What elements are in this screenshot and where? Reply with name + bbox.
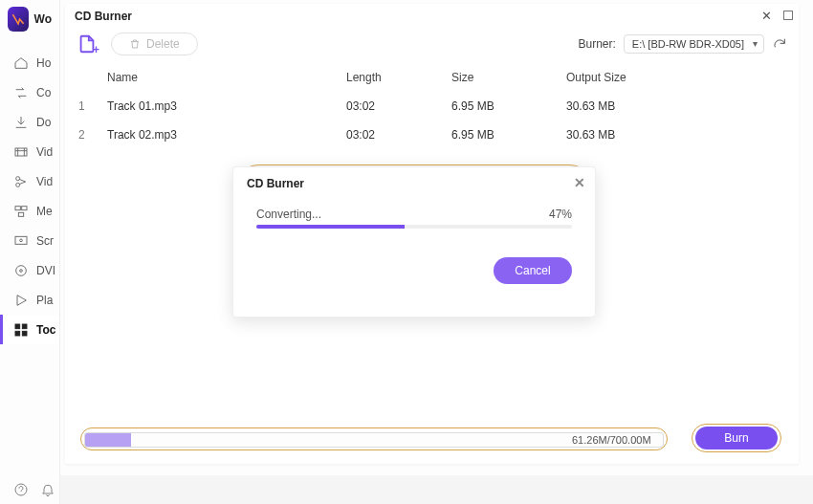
window-maximize-icon[interactable] (783, 11, 793, 20)
app-name: Wo (34, 12, 52, 26)
svg-rect-10 (15, 324, 20, 329)
row-size: 6.95 MB (451, 128, 566, 142)
sidebar: Wo Ho Co Do Vid Vid Me Scr DVI Pla Toc (0, 0, 60, 504)
burner-label: Burner: (578, 37, 615, 51)
burner-selected: E:\ [BD-RW BDR-XD05] (632, 38, 744, 50)
sidebar-item-video-compressor[interactable]: Vid (0, 166, 59, 196)
capacity-text: 61.26M/700.00M (572, 434, 651, 446)
table-header: Name Length Size Output Size (65, 63, 799, 92)
sidebar-item-label: Me (36, 205, 53, 218)
app-logo-icon (8, 7, 29, 32)
sidebar-item-merger[interactable]: Me (0, 196, 59, 226)
svg-rect-12 (15, 331, 20, 336)
row-output: 30.63 MB (566, 99, 785, 113)
row-length: 03:02 (346, 99, 451, 113)
sidebar-item-dvd-burner[interactable]: DVI (0, 255, 59, 285)
sidebar-item-toolbox[interactable]: Toc (0, 315, 59, 344)
sidebar-item-video-editor[interactable]: Vid (0, 137, 59, 166)
svg-point-9 (20, 269, 23, 272)
col-length: Length (346, 71, 451, 84)
row-size: 6.95 MB (451, 99, 566, 113)
sidebar-item-label: Vid (36, 175, 53, 188)
progress-status: Converting... (256, 208, 321, 221)
sidebar-item-label: Ho (36, 56, 51, 70)
table-row[interactable]: 1 Track 01.mp3 03:02 6.95 MB 30.63 MB (65, 92, 799, 121)
window-controls: ✕ (758, 8, 793, 23)
svg-point-14 (15, 484, 27, 495)
col-name: Name (107, 71, 346, 84)
bell-icon[interactable] (40, 482, 55, 497)
sidebar-item-list: Ho Co Do Vid Vid Me Scr DVI Pla Toc (0, 38, 59, 344)
progress-percent: 47% (549, 208, 572, 221)
sidebar-item-label: Scr (36, 234, 54, 248)
sidebar-item-label: Toc (36, 323, 55, 337)
svg-rect-4 (22, 206, 27, 209)
delete-label: Delete (146, 37, 180, 51)
svg-point-8 (16, 265, 27, 275)
col-size: Size (451, 71, 566, 84)
col-output: Output Size (566, 71, 785, 84)
sidebar-item-label: Pla (36, 294, 53, 307)
svg-point-1 (16, 176, 20, 180)
sidebar-item-downloader[interactable]: Do (0, 107, 59, 137)
cd-burner-window: CD Burner ✕ + Delete Burner: E:\ [BD-RW … (65, 4, 799, 464)
row-index: 2 (78, 128, 107, 142)
svg-rect-13 (22, 331, 27, 336)
burner-dropdown[interactable]: E:\ [BD-RW BDR-XD05] (624, 34, 764, 54)
svg-rect-6 (15, 236, 27, 244)
progress-bar-fill (256, 225, 405, 229)
svg-rect-11 (22, 324, 27, 329)
sidebar-item-converter[interactable]: Co (0, 77, 59, 107)
sidebar-item-label: Co (36, 86, 51, 99)
row-name: Track 02.mp3 (107, 128, 346, 142)
status-bar (0, 475, 60, 504)
add-file-icon[interactable]: + (77, 33, 98, 55)
table-row[interactable]: 2 Track 02.mp3 03:02 6.95 MB 30.63 MB (65, 121, 799, 149)
row-length: 03:02 (346, 128, 451, 142)
burn-button[interactable]: Burn (695, 427, 778, 449)
capacity-bar-fill (85, 433, 131, 447)
sidebar-item-home[interactable]: Ho (0, 48, 59, 77)
sidebar-item-label: Do (36, 116, 51, 129)
app-logo-row: Wo (0, 0, 59, 38)
toolbar: + Delete Burner: E:\ [BD-RW BDR-XD05] (65, 29, 799, 63)
sidebar-item-screen-recorder[interactable]: Scr (0, 226, 59, 255)
svg-rect-3 (15, 206, 20, 209)
row-index: 1 (78, 99, 107, 113)
svg-point-2 (16, 183, 20, 186)
svg-point-7 (20, 239, 23, 242)
delete-button[interactable]: Delete (111, 33, 198, 55)
progress-title: CD Burner ✕ (233, 167, 595, 200)
sidebar-item-label: DVI (36, 264, 55, 277)
row-output: 30.63 MB (566, 128, 785, 142)
trash-icon (129, 38, 141, 50)
cancel-button[interactable]: Cancel (494, 257, 572, 284)
window-close-icon[interactable]: ✕ (758, 8, 774, 23)
refresh-icon[interactable] (772, 36, 787, 52)
sidebar-item-label: Vid (36, 145, 53, 159)
progress-dialog: CD Burner ✕ Converting... 47% Cancel (232, 166, 596, 318)
help-icon[interactable] (13, 482, 29, 497)
svg-rect-5 (18, 212, 23, 216)
svg-rect-0 (15, 148, 27, 156)
close-icon[interactable]: ✕ (574, 175, 585, 190)
main-panel: CD Burner ✕ + Delete Burner: E:\ [BD-RW … (60, 0, 813, 475)
row-name: Track 01.mp3 (107, 99, 346, 113)
sidebar-item-player[interactable]: Pla (0, 285, 59, 315)
window-title: CD Burner (65, 4, 799, 29)
progress-bar (256, 225, 572, 229)
